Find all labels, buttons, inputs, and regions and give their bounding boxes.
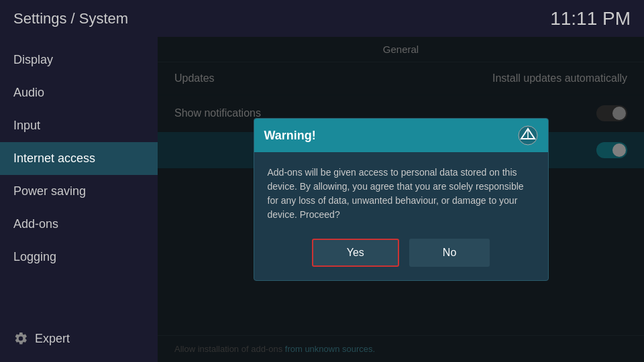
- kodi-logo-icon: [518, 125, 538, 145]
- sidebar-item-expert[interactable]: Expert: [0, 322, 158, 355]
- sidebar-item-logging[interactable]: Logging: [0, 241, 158, 274]
- modal-overlay: Warning! Add-ons will be given access to…: [158, 37, 644, 362]
- gear-icon: [13, 331, 28, 346]
- sidebar: Display Audio Input Internet access Powe…: [0, 37, 158, 362]
- expert-label: Expert: [35, 332, 70, 346]
- sidebar-item-add-ons[interactable]: Add-ons: [0, 208, 158, 241]
- dialog-header: Warning!: [254, 119, 548, 152]
- sidebar-item-input[interactable]: Input: [0, 109, 158, 142]
- sidebar-item-power-saving[interactable]: Power saving: [0, 175, 158, 208]
- main-layout: Display Audio Input Internet access Powe…: [0, 37, 644, 362]
- content-area: General Updates Install updates automati…: [158, 37, 644, 362]
- sidebar-item-display[interactable]: Display: [0, 44, 158, 76]
- dialog-body: Add-ons will be given access to personal…: [254, 152, 548, 232]
- warning-dialog: Warning! Add-ons will be given access to…: [254, 118, 549, 281]
- page-title: Settings / System: [13, 10, 128, 27]
- clock: 11:11 PM: [550, 8, 631, 29]
- dialog-title: Warning!: [264, 129, 316, 143]
- sidebar-item-audio[interactable]: Audio: [0, 76, 158, 109]
- no-button[interactable]: No: [409, 239, 490, 267]
- dialog-buttons: Yes No: [254, 232, 548, 280]
- yes-button[interactable]: Yes: [312, 239, 399, 267]
- header: Settings / System 11:11 PM: [0, 0, 644, 37]
- sidebar-item-internet-access[interactable]: Internet access: [0, 142, 158, 175]
